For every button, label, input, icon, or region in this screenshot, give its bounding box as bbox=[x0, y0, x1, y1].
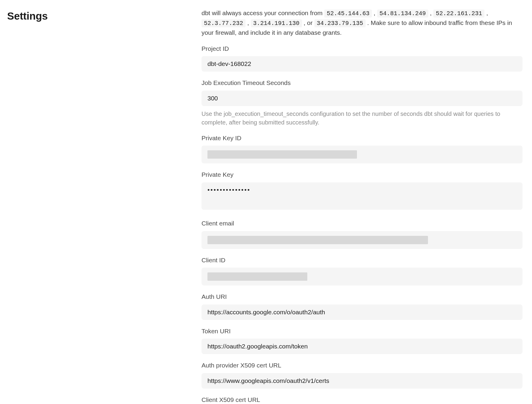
ip-address: 52.3.77.232 bbox=[202, 19, 245, 27]
project-id-label: Project ID bbox=[202, 44, 522, 53]
client-id-input[interactable] bbox=[202, 268, 522, 285]
auth-provider-cert-input[interactable] bbox=[202, 373, 522, 389]
client-email-input[interactable] bbox=[202, 231, 522, 249]
private-key-label: Private Key bbox=[202, 170, 522, 179]
token-uri-input[interactable] bbox=[202, 339, 522, 354]
job-timeout-input[interactable] bbox=[202, 91, 522, 106]
ip-address: 3.214.191.130 bbox=[251, 19, 302, 27]
ip-address: 34.233.79.135 bbox=[314, 19, 366, 27]
project-id-input[interactable] bbox=[202, 56, 522, 72]
intro-prefix: dbt will always access your connection f… bbox=[202, 10, 324, 16]
job-timeout-label: Job Execution Timeout Seconds bbox=[202, 78, 522, 88]
redacted-value bbox=[207, 150, 357, 159]
auth-uri-label: Auth URI bbox=[202, 292, 522, 302]
token-uri-label: Token URI bbox=[202, 326, 522, 336]
private-key-id-input[interactable] bbox=[202, 146, 522, 163]
auth-uri-input[interactable] bbox=[202, 304, 522, 320]
client-cert-label: Client X509 cert URL bbox=[202, 395, 522, 404]
client-email-label: Client email bbox=[202, 219, 522, 228]
ip-address: 54.81.134.249 bbox=[377, 10, 428, 18]
redacted-value bbox=[207, 236, 428, 244]
page-title: Settings bbox=[7, 8, 202, 24]
job-timeout-help: Use the job_execution_timeout_seconds co… bbox=[202, 110, 522, 127]
private-key-input[interactable]: •••••••••••••• bbox=[202, 182, 522, 210]
ip-address: 52.22.161.231 bbox=[433, 10, 484, 18]
redacted-value bbox=[207, 272, 307, 281]
auth-provider-cert-label: Auth provider X509 cert URL bbox=[202, 361, 522, 370]
client-id-label: Client ID bbox=[202, 255, 522, 265]
firewall-notice: dbt will always access your connection f… bbox=[202, 8, 522, 37]
private-key-id-label: Private Key ID bbox=[202, 133, 522, 143]
settings-form: dbt will always access your connection f… bbox=[202, 8, 522, 404]
ip-address: 52.45.144.63 bbox=[324, 10, 372, 18]
